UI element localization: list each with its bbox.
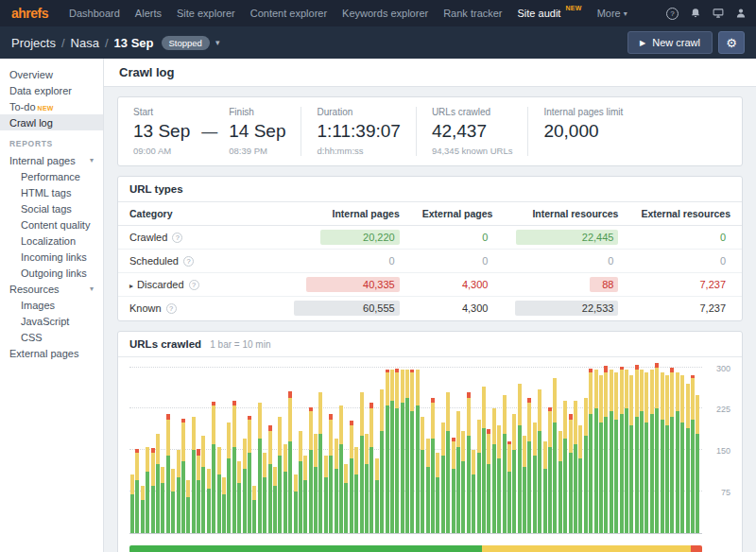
breadcrumb-projects[interactable]: Projects — [11, 36, 56, 50]
sidebar-item-performance[interactable]: Performance — [0, 168, 103, 184]
sidebar-item-incoming-links[interactable]: Incoming links — [0, 249, 103, 265]
desktop-icon[interactable] — [713, 8, 724, 19]
bar — [294, 474, 298, 532]
stat-sub: 08:39 PM — [229, 146, 285, 156]
sidebar-item-internal-pages[interactable]: Internal pages▾ — [0, 152, 103, 168]
user-icon[interactable] — [735, 8, 747, 19]
sidebar-item-css[interactable]: CSS — [0, 329, 103, 345]
sidebar-item-to-do[interactable]: To-doNEW — [0, 98, 103, 114]
chart-title: URLs crawled — [129, 338, 201, 350]
nav-item-label: Site explorer — [177, 8, 235, 19]
nav-item-dashboard[interactable]: Dashboard — [61, 0, 128, 26]
breadcrumb-nasa[interactable]: Nasa — [71, 36, 99, 50]
sidebar-item-social-tags[interactable]: Social tags — [0, 200, 103, 216]
nav-item-more[interactable]: More▾ — [590, 0, 635, 26]
bell-icon[interactable] — [690, 8, 701, 19]
sidebar-item-content-quality[interactable]: Content quality — [0, 216, 103, 233]
category-cell: Scheduled? — [118, 250, 283, 273]
nav-item-site-audit[interactable]: Site auditNEW — [510, 0, 590, 26]
settings-button[interactable]: ⚙ — [718, 31, 745, 54]
sidebar-item-images[interactable]: Images — [0, 297, 103, 313]
info-icon: ? — [172, 233, 182, 243]
page-title: Crawl log — [119, 65, 175, 79]
nav-item-keywords-explorer[interactable]: Keywords explorer — [335, 0, 436, 26]
bar — [650, 370, 654, 532]
chevron-down-icon: ▾ — [90, 285, 94, 293]
urls-crawled-card: URLs crawled 1 bar = 10 min 75150225300 … — [117, 331, 743, 552]
bar — [324, 456, 328, 533]
bar — [369, 403, 373, 533]
bar — [553, 378, 557, 532]
bar — [197, 449, 200, 533]
value-cell: 0 — [504, 250, 629, 273]
bar — [380, 389, 384, 533]
sidebar-item-label: Performance — [21, 171, 80, 182]
nav-item-content-explorer[interactable]: Content explorer — [243, 0, 335, 26]
bar — [421, 417, 424, 533]
row-label: Discarded — [137, 279, 184, 290]
bar — [548, 407, 552, 532]
stat-label: Internal pages limit — [543, 107, 623, 117]
crawl-selector[interactable]: Projects/Nasa/13 Sep Stopped ▾ — [11, 36, 219, 50]
breadcrumb-13-sep[interactable]: 13 Sep — [114, 36, 154, 50]
nav-item-label: Dashboard — [69, 8, 120, 19]
bar — [477, 420, 481, 533]
sidebar-item-javascript[interactable]: JavaScript — [0, 313, 103, 329]
sidebar-item-label: HTML tags — [21, 187, 71, 198]
nav-item-alerts[interactable]: Alerts — [128, 0, 169, 26]
info-icon: ? — [183, 256, 194, 267]
bar — [523, 436, 526, 532]
ahrefs-logo[interactable]: ahrefs — [11, 6, 48, 21]
chart-area: 75150225300 — [129, 369, 702, 534]
table-row-crawled: Crawled?20,220022,4450 — [118, 226, 742, 250]
new-crawl-button[interactable]: ▶ New crawl — [627, 31, 713, 54]
stat-finish: Finish14 Sep08:39 PM — [229, 107, 285, 156]
sidebar-item-label: To-do — [9, 101, 36, 112]
stat-label: Start — [133, 107, 190, 117]
stat-sub — [543, 146, 623, 156]
sidebar-item-overview[interactable]: Overview — [0, 66, 103, 82]
column-header-external-resources: External resources — [629, 202, 742, 226]
value-cell: 22,445 — [504, 226, 629, 250]
sidebar-item-outgoing-links[interactable]: Outgoing links — [0, 265, 103, 281]
row-label: Known — [129, 302, 162, 314]
url-types-title: URL types — [129, 183, 183, 195]
help-icon[interactable]: ? — [666, 8, 679, 20]
bar — [467, 392, 471, 533]
bar — [339, 405, 343, 532]
bar — [507, 441, 511, 533]
bar — [273, 467, 277, 533]
bar — [201, 436, 205, 532]
bar — [227, 423, 231, 533]
bar — [589, 369, 593, 533]
sidebar-item-localization[interactable]: Localization — [0, 233, 103, 249]
info-icon: ? — [189, 280, 199, 290]
sidebar-item-data-explorer[interactable]: Data explorer — [0, 82, 103, 98]
value-cell: 0 — [411, 226, 505, 250]
sidebar-item-external-pages[interactable]: External pages — [0, 345, 103, 361]
table-row-discarded[interactable]: ▸Discarded?40,3354,300887,237 — [118, 273, 742, 297]
bar — [171, 469, 175, 532]
sidebar-item-resources[interactable]: Resources▾ — [0, 281, 103, 297]
info-icon: ? — [166, 303, 177, 314]
cell-value: 20,220 — [320, 230, 400, 245]
sidebar-item-html-tags[interactable]: HTML tags — [0, 184, 103, 200]
bar — [696, 395, 699, 533]
bar — [248, 416, 251, 532]
sidebar-section-reports: REPORTS — [0, 130, 103, 152]
bar — [614, 372, 618, 532]
nav-item-label: Site audit — [518, 8, 561, 19]
nav-item-site-explorer[interactable]: Site explorer — [169, 0, 243, 26]
cell-value: 22,445 — [516, 230, 618, 245]
bar — [518, 384, 522, 533]
stat-group: URLs crawled42,43794,345 known URLs — [432, 107, 513, 156]
nav-item-rank-tracker[interactable]: Rank tracker — [436, 0, 509, 26]
stat-label: URLs crawled — [432, 107, 513, 117]
page-header: Crawl log — [104, 59, 756, 87]
stat-divider — [527, 107, 528, 156]
bar — [303, 456, 307, 533]
bar — [436, 453, 439, 533]
bar — [278, 417, 282, 532]
sidebar-item-crawl-log[interactable]: Crawl log — [0, 114, 103, 130]
nav-item-label: Rank tracker — [443, 8, 502, 19]
